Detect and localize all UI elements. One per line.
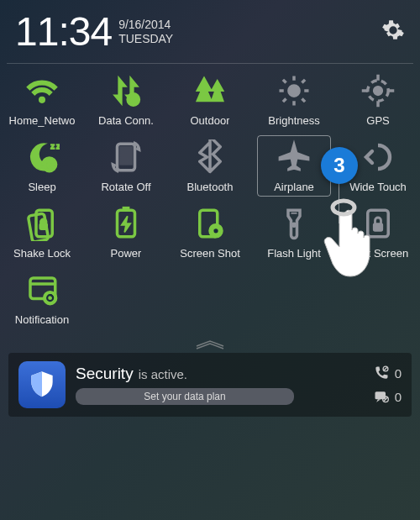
outdoor-icon — [192, 73, 228, 108]
toggle-label: Rotate Off — [101, 181, 150, 193]
toggle-label: Power — [111, 247, 142, 260]
toggle-label: Lock Screen — [348, 247, 408, 260]
notification-card[interactable]: Security is active. Set your data plan 0… — [8, 353, 412, 417]
phone-blocked-icon — [373, 365, 390, 381]
toggle-label: Brightness — [268, 114, 319, 127]
toggle-power[interactable]: Power — [84, 205, 168, 260]
settings-button[interactable] — [381, 18, 405, 45]
toggle-label: Notification — [15, 313, 69, 326]
toggle-label: Bluetooth — [187, 181, 234, 193]
toggle-bluetooth[interactable]: Bluetooth — [168, 139, 252, 193]
toggle-gps[interactable]: GPS — [336, 72, 420, 127]
callout-line — [339, 183, 339, 223]
lockscreen-icon — [360, 206, 396, 241]
notification-title: Security is active. — [76, 365, 373, 383]
date: 9/16/2014 — [118, 18, 173, 31]
toggle-label: Airplane — [274, 181, 314, 193]
toggle-label: GPS — [366, 114, 389, 127]
airplane-icon — [276, 139, 312, 175]
sleep-icon — [24, 139, 60, 175]
toggle-rotate[interactable]: Rotate Off — [84, 139, 168, 193]
chevron-handle-icon — [193, 338, 227, 349]
gear-icon — [381, 18, 405, 42]
bluetooth-icon — [192, 139, 228, 175]
toggle-label: Outdoor — [191, 114, 230, 127]
message-blocked-icon — [373, 388, 390, 405]
toggle-label: Sleep — [28, 181, 55, 193]
quick-settings-grid: Home_NetwoData Conn.OutdoorBrightnessGPS… — [0, 64, 420, 331]
drag-handle[interactable] — [0, 338, 420, 349]
flashlight-icon — [276, 206, 312, 241]
data-icon — [108, 73, 144, 108]
toggle-label: Data Conn. — [98, 114, 154, 127]
notification-icon — [24, 272, 60, 307]
security-app-icon — [18, 361, 66, 408]
toggle-brightness[interactable]: Brightness — [252, 72, 336, 127]
toggle-shakelock[interactable]: Shake Lock — [0, 205, 84, 260]
toggle-wifi[interactable]: Home_Netwo — [0, 72, 84, 127]
toggle-outdoor[interactable]: Outdoor — [168, 72, 252, 127]
missed-calls[interactable]: 0 — [373, 365, 402, 381]
toggle-sleep[interactable]: Sleep — [0, 139, 84, 193]
screenshot-icon — [192, 206, 228, 241]
power-icon — [108, 206, 144, 241]
toggle-screenshot[interactable]: Screen Shot — [168, 205, 252, 260]
shield-icon — [26, 369, 58, 401]
gps-icon — [360, 73, 396, 108]
wifi-icon — [24, 73, 60, 108]
toggle-label: Flash Light — [267, 247, 321, 260]
status-bar: 11:34 9/16/2014 TUESDAY — [0, 0, 420, 63]
weekday: TUESDAY — [118, 32, 173, 45]
toggle-label: Shake Lock — [13, 247, 71, 260]
brightness-icon — [276, 73, 312, 108]
rotate-icon — [108, 139, 144, 175]
toggle-flashlight[interactable]: Flash Light — [252, 205, 336, 260]
missed-messages[interactable]: 0 — [373, 388, 402, 405]
toggle-lockscreen[interactable]: Lock Screen — [336, 205, 420, 260]
toggle-label: Home_Netwo — [9, 114, 76, 127]
callout-badge: 3 — [321, 147, 358, 184]
toggle-notification[interactable]: Notification — [0, 271, 84, 326]
toggle-label: Screen Shot — [180, 247, 240, 260]
toggle-data[interactable]: Data Conn. — [84, 72, 168, 127]
widetouch-icon — [360, 139, 396, 175]
toggle-label: Wide Touch — [349, 181, 407, 193]
shakelock-icon — [24, 206, 60, 241]
set-data-plan-button[interactable]: Set your data plan — [76, 388, 294, 405]
clock-time: 11:34 — [15, 8, 112, 55]
